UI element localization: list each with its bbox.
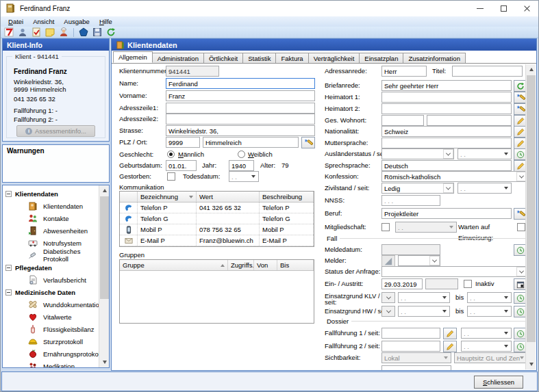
warten-einweisung-checkbox[interactable] (517, 223, 525, 231)
menu-datei[interactable]: Datei (3, 17, 28, 26)
fallfuehrung1-field[interactable] (381, 328, 440, 339)
tab-vertraeglichkeit[interactable]: Verträglichkeit (308, 53, 360, 63)
melder-combo[interactable] (398, 255, 440, 266)
einsatzgrund-klv-von-combo[interactable]: . . (398, 292, 450, 303)
schliessen-label: Schliessen (483, 378, 514, 386)
fallfuehrung2-seit-combo[interactable]: . . (461, 341, 512, 352)
fallfuehrung1-edit-button[interactable] (443, 328, 457, 339)
pencil-icon (446, 330, 454, 338)
tab-oertlichkeit[interactable]: Örtlichkeit (203, 53, 243, 63)
status-anfrage-combo[interactable] (381, 266, 527, 277)
sichtbarkeit-combo1[interactable]: Lokal (381, 352, 451, 363)
pencil-icon (516, 162, 525, 170)
tree-group-klientendaten[interactable]: Klientendaten (3, 187, 99, 200)
tree-item-kontakte[interactable]: Kontakte (3, 212, 99, 224)
einsatzgrund-klv-bis-combo[interactable]: . . (467, 292, 512, 303)
ges-wohnort-plz-field[interactable] (381, 115, 424, 126)
minimize-button[interactable] (468, 1, 492, 16)
austritt-field[interactable] (425, 278, 458, 289)
tree-item-abwesenheiten[interactable]: Abwesenheiten (3, 224, 99, 237)
tab-zusatzinformation[interactable]: Zusatzinformation (403, 53, 466, 63)
reload-button[interactable] (105, 27, 117, 38)
zivilstand-seit-combo[interactable]: . . (457, 183, 512, 194)
scroll-up-icon[interactable] (526, 64, 536, 75)
mitgliedschaft-checkbox[interactable] (381, 223, 390, 231)
scroll-down-icon[interactable] (526, 359, 536, 369)
heimatort1-field[interactable] (381, 92, 512, 103)
tree-item-fluessigkeitsbilanz[interactable]: Flüssigkeitsbilanz (3, 323, 99, 335)
warnungen-panel: Warnungen (2, 144, 110, 183)
auslaenderstatus-seit-combo[interactable]: . . (457, 148, 512, 159)
tree-group-label: Medizinische Daten (15, 289, 75, 296)
melder-button[interactable] (381, 255, 395, 267)
klient-group-title: Klient - 941441 (12, 53, 62, 60)
tree-group-medizinische-daten[interactable]: Medizinische Daten (3, 286, 99, 298)
sprechsprache-field[interactable] (381, 160, 512, 171)
schliessen-button[interactable]: Schliessen (474, 376, 523, 389)
tab-statistik[interactable]: Statistik (242, 53, 276, 63)
nationalitaet-field[interactable] (381, 126, 512, 137)
ges-wohnort-ort-field[interactable] (427, 115, 512, 126)
menu-ausgabe[interactable]: Ausgabe (59, 17, 95, 26)
beruf-field[interactable] (381, 208, 512, 219)
maximize-button[interactable] (492, 1, 515, 16)
inaktiv-checkbox[interactable] (464, 280, 472, 288)
menu-hilfe[interactable]: Hilfe (95, 17, 117, 26)
fallfuehrung2-edit-button[interactable] (443, 341, 457, 352)
tree-item-ernaehrungsprotokoll[interactable]: Ernährungsprotokoll (3, 348, 99, 360)
einsatzgrund-hw-von-combo[interactable]: . . (398, 306, 450, 317)
tab-einsatzplan[interactable]: Einsatzplan (359, 53, 403, 63)
nnss-field[interactable] (381, 195, 440, 206)
clipped-bottom-field[interactable] (381, 365, 451, 370)
fallfuehrung1-seit-combo[interactable]: . . (461, 328, 512, 339)
collapse-icon[interactable] (5, 265, 12, 271)
tab-faktura[interactable]: Faktura (275, 53, 308, 63)
tab-allgemein[interactable]: Allgemein (113, 51, 153, 63)
planner-7-button[interactable] (3, 27, 15, 38)
einsatzgrund-hw-combo[interactable] (381, 306, 395, 317)
scroll-up-icon[interactable] (99, 185, 110, 196)
note-button[interactable] (44, 27, 56, 38)
tree-item-wunddokumentation[interactable]: Wunddokumentation (3, 298, 99, 311)
adressanrede-field[interactable] (381, 66, 427, 77)
tree-item-klientendaten[interactable]: Klientendaten (3, 200, 99, 212)
titel-field[interactable] (452, 66, 523, 77)
tree-item-sturzprotokoll[interactable]: Sturzprotokoll (3, 335, 99, 348)
tree-item-verlaufsbericht[interactable]: Verlaufsbericht (3, 274, 99, 286)
scroll-down-icon[interactable] (99, 357, 110, 367)
tab-administration[interactable]: Administration (152, 53, 204, 63)
tree-group-pflegedaten[interactable]: Pflegedaten (3, 261, 99, 274)
meldedatum-field[interactable] (381, 244, 440, 255)
menu-ansicht[interactable]: Ansicht (28, 17, 59, 26)
heimatort2-field[interactable] (381, 103, 512, 114)
task-check-button[interactable] (30, 27, 42, 38)
tree-scrollbar[interactable] (99, 185, 109, 367)
pentagon-button[interactable] (77, 27, 90, 38)
close-button[interactable] (515, 1, 538, 16)
eintritt-field[interactable] (381, 278, 423, 289)
sichtbarkeit-combo2[interactable]: Hauptsitz GL und Zentr... (454, 352, 527, 363)
tree-item-medikation[interactable]: Medikation (3, 360, 99, 367)
fallfuehrung2-field[interactable] (381, 341, 440, 352)
dropdown-icon (504, 296, 508, 299)
zivilstand-combo[interactable]: Ledig (381, 183, 454, 194)
mitgliedschaft-datum-combo[interactable]: . . (395, 222, 457, 233)
assessmentinfo-button[interactable]: i Assessmentinfo... (16, 125, 95, 137)
tree-item-vitalwerte[interactable]: Vitalwerte (3, 311, 99, 323)
einsatzgrund-hw-bis-combo[interactable]: . . (467, 306, 512, 317)
tree-scrollbar-thumb[interactable] (100, 196, 109, 299)
briefanrede-field[interactable] (381, 80, 512, 91)
form-scrollbar[interactable] (525, 64, 536, 369)
nurse-button[interactable] (58, 27, 70, 38)
form-scrollbar-thumb[interactable] (527, 75, 536, 342)
muttersprache-field[interactable] (381, 138, 512, 148)
save-button[interactable] (91, 27, 103, 38)
collapse-icon[interactable] (5, 289, 12, 296)
collapse-icon[interactable] (5, 191, 12, 197)
einsatzgrund-klv-combo[interactable] (381, 292, 395, 303)
auslaenderstatus-combo[interactable] (381, 148, 454, 159)
menubar: Datei Ansicht Ausgabe Hilfe (1, 16, 538, 27)
tree-item-diabetisches-protokoll[interactable]: Diabetisches Protokoll (3, 249, 99, 261)
konfession-combo[interactable]: Römisch-katholisch (381, 171, 527, 182)
person-button[interactable] (16, 27, 29, 38)
